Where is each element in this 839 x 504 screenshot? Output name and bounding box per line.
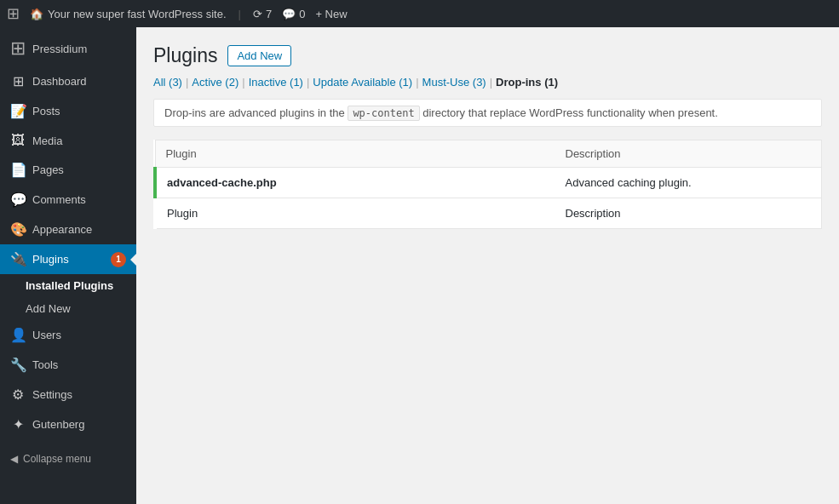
brand-icon: ⊞ — [10, 37, 26, 60]
sidebar-item-tools[interactable]: 🔧 Tools — [0, 350, 136, 380]
sidebar-brand: ⊞ Pressidium — [0, 27, 136, 66]
active-arrow — [130, 253, 136, 266]
filter-active[interactable]: Active (2) — [192, 76, 238, 89]
updates-icon: ⟳ — [253, 8, 262, 20]
drop-ins-notice: Drop-ins are advanced plugins in the wp-… — [153, 99, 822, 127]
top-bar: ⊞ 🏠 Your new super fast WordPress site. … — [0, 0, 839, 27]
table-row: advanced-cache.php Advanced caching plug… — [155, 168, 822, 198]
page-header: Plugins Add New — [153, 44, 822, 67]
sidebar-item-comments[interactable]: 💬 Comments — [0, 185, 136, 215]
plugins-table: Plugin Description advanced-cache.php Ad… — [153, 140, 822, 229]
collapse-icon: ◀ — [10, 453, 18, 465]
plugins-icon: 🔌 — [10, 251, 26, 267]
updates-link[interactable]: ⟳ 7 — [253, 8, 272, 20]
plugin-name-cell: advanced-cache.php — [155, 168, 555, 198]
filter-inactive[interactable]: Inactive (1) — [249, 76, 303, 89]
comments-icon: 💬 — [282, 8, 296, 20]
brand-label: Pressidium — [32, 43, 87, 55]
sidebar-item-pages[interactable]: 📄 Pages — [0, 155, 136, 185]
sidebar-item-media[interactable]: 🖼 Media — [0, 126, 136, 155]
sidebar-item-appearance[interactable]: 🎨 Appearance — [0, 215, 136, 244]
notice-code: wp-content — [348, 106, 419, 121]
home-icon: 🏠 — [30, 8, 43, 20]
plugins-table-head: Plugin Description — [155, 140, 822, 168]
sidebar-item-posts[interactable]: 📝 Posts — [0, 96, 136, 126]
plugins-badge: 1 — [111, 252, 126, 267]
gutenberg-icon: ✦ — [10, 416, 26, 432]
filter-all[interactable]: All (3) — [153, 76, 182, 89]
new-content-button[interactable]: + New — [315, 8, 347, 20]
media-icon: 🖼 — [10, 133, 26, 148]
table-row: Plugin Description — [155, 198, 822, 229]
users-icon: 👤 — [10, 327, 26, 343]
sidebar-sub-installed-plugins[interactable]: Installed Plugins — [0, 274, 136, 297]
wp-logo-icon: ⊞ — [7, 4, 20, 23]
sidebar-item-dashboard[interactable]: ⊞ Dashboard — [0, 66, 136, 96]
sidebar-sub-add-new[interactable]: Add New — [0, 297, 136, 320]
settings-icon: ⚙ — [10, 387, 26, 403]
table-header-row: Plugin Description — [155, 140, 822, 168]
col-plugin-header: Plugin — [155, 140, 555, 168]
sidebar-item-settings[interactable]: ⚙ Settings — [0, 380, 136, 410]
tools-icon: 🔧 — [10, 357, 26, 373]
main-content: Plugins Add New All (3) | Active (2) | I… — [136, 27, 839, 504]
comments-link[interactable]: 💬 0 — [282, 8, 305, 20]
filter-drop-ins-current: Drop-ins (1) — [496, 76, 558, 89]
main-layout: ⊞ Pressidium ⊞ Dashboard 📝 Posts 🖼 Media… — [0, 27, 839, 504]
sidebar-item-users[interactable]: 👤 Users — [0, 320, 136, 350]
dashboard-icon: ⊞ — [10, 73, 26, 89]
filter-links: All (3) | Active (2) | Inactive (1) | Up… — [153, 76, 822, 89]
plugin-description-cell-2: Description — [555, 198, 822, 229]
site-name[interactable]: 🏠 Your new super fast WordPress site. — [30, 8, 227, 20]
plugin-description-cell: Advanced caching plugin. — [555, 168, 822, 198]
col-description-header: Description — [555, 140, 822, 168]
pages-icon: 📄 — [10, 162, 26, 178]
filter-update-available[interactable]: Update Available (1) — [313, 76, 412, 89]
filter-must-use[interactable]: Must-Use (3) — [422, 76, 486, 89]
page-title: Plugins — [153, 44, 217, 67]
sidebar: ⊞ Pressidium ⊞ Dashboard 📝 Posts 🖼 Media… — [0, 27, 136, 504]
sidebar-item-plugins[interactable]: 🔌 Plugins 1 — [0, 244, 136, 274]
appearance-icon: 🎨 — [10, 221, 26, 238]
collapse-menu-button[interactable]: ◀ Collapse menu — [0, 446, 136, 472]
plugins-table-body: advanced-cache.php Advanced caching plug… — [155, 168, 822, 229]
plugin-name-cell-2: Plugin — [155, 198, 555, 229]
sidebar-item-gutenberg[interactable]: ✦ Gutenberg — [0, 410, 136, 439]
comments-sidebar-icon: 💬 — [10, 192, 26, 208]
posts-icon: 📝 — [10, 103, 26, 119]
add-new-button[interactable]: Add New — [227, 45, 291, 66]
